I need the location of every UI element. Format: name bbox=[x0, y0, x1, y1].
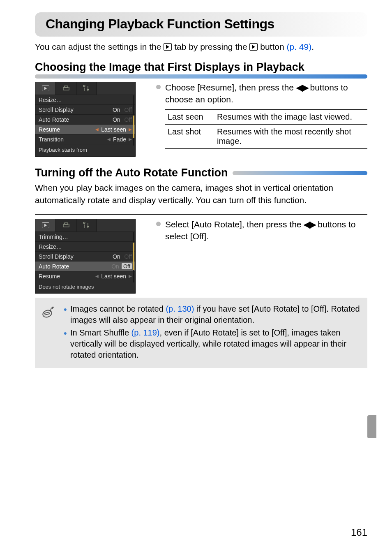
lcd-row-label: Transition bbox=[39, 136, 64, 143]
section-intro: When you play back images on the camera,… bbox=[35, 182, 367, 206]
svg-rect-3 bbox=[65, 223, 68, 224]
left-right-icon: ◀▶ bbox=[304, 220, 315, 229]
lcd-menu-row: Resize… bbox=[35, 241, 135, 251]
note-icon bbox=[41, 303, 55, 362]
instruction: Choose [Resume], then press the ◀▶ butto… bbox=[165, 82, 367, 105]
instruction: Select [Auto Rotate], then press the ◀▶ … bbox=[165, 219, 367, 242]
lcd-tab-setup bbox=[76, 82, 97, 95]
lcd-row-label: Auto Rotate bbox=[39, 116, 69, 123]
lcd-hint: Does not rotate images bbox=[35, 281, 135, 293]
lcd-row-label: Scroll Display bbox=[39, 106, 74, 113]
note-box: Images cannot be rotated (p. 130) if you… bbox=[35, 298, 367, 368]
print-icon bbox=[62, 222, 70, 228]
chapter-title: Changing Playback Function Settings bbox=[46, 16, 360, 32]
lcd-row-value: OnOff bbox=[113, 106, 132, 113]
tools-icon bbox=[83, 222, 90, 229]
playback-button-icon bbox=[249, 43, 258, 51]
lcd-row-label: Resize… bbox=[39, 243, 62, 250]
text: Images cannot be rotated bbox=[70, 304, 166, 313]
section-title: Turning off the Auto Rotate Function bbox=[35, 167, 228, 179]
lcd-menu-row: Trimming… bbox=[35, 231, 135, 241]
lcd-row-value: ◀Fade▶ bbox=[107, 136, 132, 143]
side-thumb-tab bbox=[367, 415, 376, 438]
option-desc: Resumes with the most recently shot imag… bbox=[214, 125, 367, 149]
lcd-menu-row: Auto RotateOnOff bbox=[35, 114, 135, 124]
lcd-row-label: Resume bbox=[39, 126, 60, 133]
text: button bbox=[260, 42, 286, 51]
tools-icon bbox=[83, 85, 90, 92]
lcd-menu-row: Transition◀Fade▶ bbox=[35, 134, 135, 144]
playback-tab-icon bbox=[164, 43, 172, 51]
section-heading-resume: Choosing the Image that First Displays i… bbox=[35, 61, 367, 79]
text: Select [Auto Rotate], then press the bbox=[165, 220, 304, 229]
playback-icon bbox=[42, 222, 49, 228]
playback-icon bbox=[42, 86, 49, 91]
step-bullet-icon bbox=[156, 85, 161, 89]
chapter-intro: You can adjust the settings in the tab b… bbox=[35, 41, 367, 53]
lcd-row-value: ◀Last seen▶ bbox=[95, 126, 132, 133]
lcd-scrollbar bbox=[133, 232, 134, 282]
text: . bbox=[311, 42, 314, 51]
lcd-tab-row bbox=[35, 82, 135, 95]
chapter-heading: Changing Playback Function Settings bbox=[35, 12, 367, 37]
lcd-menu-row: Scroll DisplayOnOff bbox=[35, 104, 135, 114]
page-ref-link[interactable]: (p. 119) bbox=[131, 328, 160, 337]
option-key: Last shot bbox=[165, 125, 214, 149]
text: Choose [Resume], then press the bbox=[165, 83, 296, 92]
lcd-menu-row: Resume◀Last seen▶ bbox=[35, 124, 135, 134]
lcd-hint: Playback starts from bbox=[35, 144, 135, 156]
page-ref-link[interactable]: (p. 49) bbox=[286, 42, 311, 51]
lcd-menu-row: Auto RotateOnOff bbox=[35, 261, 135, 271]
camera-lcd-resume: Resize…Scroll DisplayOnOffAuto RotateOnO… bbox=[35, 82, 136, 157]
divider bbox=[35, 214, 367, 215]
lcd-row-label: Trimming… bbox=[39, 234, 68, 240]
heading-rule bbox=[233, 171, 367, 175]
lcd-row-label: Resize… bbox=[39, 97, 62, 103]
lcd-tab-row bbox=[35, 219, 135, 231]
option-key: Last seen bbox=[165, 110, 214, 125]
print-icon bbox=[62, 86, 70, 91]
text: You can adjust the settings in the bbox=[35, 42, 164, 51]
section-heading-autorotate: Turning off the Auto Rotate Function bbox=[35, 167, 367, 179]
text: tab by pressing the bbox=[174, 42, 249, 51]
lcd-tab-print bbox=[56, 82, 76, 95]
svg-point-4 bbox=[42, 309, 53, 319]
note-item: In Smart Shuffle (p. 119), even if [Auto… bbox=[64, 327, 360, 361]
lcd-tab-print bbox=[56, 219, 76, 231]
lcd-menu-row: Resize… bbox=[35, 95, 135, 104]
lcd-row-label: Scroll Display bbox=[39, 253, 74, 260]
camera-lcd-autorotate: Trimming…Resize…Scroll DisplayOnOffAuto … bbox=[35, 219, 136, 294]
lcd-tab-playback bbox=[35, 82, 56, 95]
lcd-row-value: OnOff bbox=[113, 116, 132, 123]
section-title: Choosing the Image that First Displays i… bbox=[35, 61, 304, 73]
step-bullet-icon bbox=[156, 222, 161, 226]
resume-options-table: Last seenResumes with the image last vie… bbox=[165, 109, 367, 149]
lcd-scrollbar bbox=[133, 95, 134, 146]
lcd-row-label: Resume bbox=[39, 273, 60, 280]
table-row: Last seenResumes with the image last vie… bbox=[165, 110, 367, 125]
lcd-menu-row: Scroll DisplayOnOff bbox=[35, 251, 135, 261]
heading-rule bbox=[35, 74, 367, 79]
lcd-row-value: OnOff bbox=[111, 263, 132, 270]
lcd-row-value: ◀Last seen▶ bbox=[95, 273, 132, 280]
svg-rect-1 bbox=[65, 86, 68, 88]
left-right-icon: ◀▶ bbox=[296, 83, 308, 92]
lcd-row-value: OnOff bbox=[113, 253, 132, 260]
note-item: Images cannot be rotated (p. 130) if you… bbox=[64, 303, 360, 326]
page-number: 161 bbox=[351, 527, 367, 538]
lcd-row-label: Auto Rotate bbox=[39, 263, 69, 270]
text: In Smart Shuffle bbox=[70, 328, 131, 337]
page-ref-link[interactable]: (p. 130) bbox=[166, 304, 194, 313]
lcd-tab-playback bbox=[35, 219, 56, 231]
lcd-menu-row: Resume◀Last seen▶ bbox=[35, 271, 135, 281]
option-desc: Resumes with the image last viewed. bbox=[214, 110, 367, 125]
lcd-tab-setup bbox=[76, 219, 97, 231]
table-row: Last shotResumes with the most recently … bbox=[165, 125, 367, 149]
